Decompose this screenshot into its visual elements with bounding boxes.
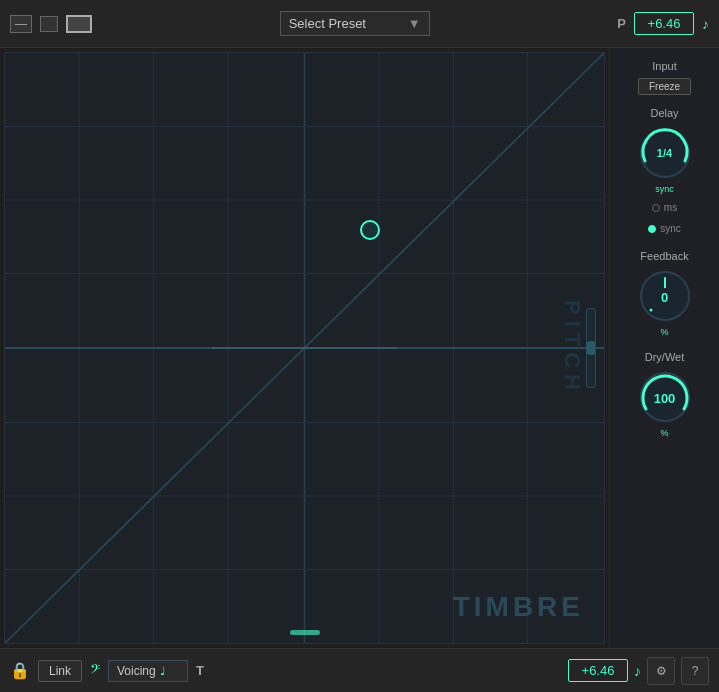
main-area: PITCH TIMBRE Input Freeze Delay <box>0 48 719 648</box>
small-view-button[interactable] <box>40 16 58 32</box>
feedback-knob-unit: % <box>660 327 668 337</box>
bottom-value-display[interactable]: +6.46 <box>568 659 628 682</box>
pitch-value-display[interactable]: +6.46 <box>634 12 694 35</box>
help-button[interactable]: ? <box>681 657 709 685</box>
timbre-label: TIMBRE <box>453 591 584 623</box>
feedback-section-label: Feedback <box>640 250 688 262</box>
voicing-label: Voicing <box>117 664 156 678</box>
voicing-arrow-icon: ♩ <box>160 664 166 678</box>
ms-radio[interactable] <box>652 204 660 212</box>
delay-knob-unit: sync <box>655 184 674 194</box>
drywet-knob-value: 100 <box>654 390 676 405</box>
ms-sync-row: ms <box>652 202 677 213</box>
ms-label: ms <box>664 202 677 213</box>
drag-point[interactable] <box>360 220 380 240</box>
feedback-knob-container: 0 % <box>637 268 693 337</box>
scroll-indicator[interactable] <box>290 630 320 635</box>
canvas-area[interactable]: PITCH TIMBRE <box>4 52 605 644</box>
vertical-slider[interactable] <box>586 308 596 388</box>
note-icon[interactable]: ♪ <box>702 16 709 32</box>
p-label: P <box>617 16 626 31</box>
large-view-button[interactable] <box>66 15 92 33</box>
feedback-knob-value: 0 <box>661 289 668 304</box>
drywet-knob-unit: % <box>660 428 668 438</box>
delay-knob-container: 1/4 sync <box>637 125 693 194</box>
freeze-button[interactable]: Freeze <box>638 78 691 95</box>
input-section-label: Input <box>652 60 676 72</box>
preset-label: Select Preset <box>289 16 366 31</box>
preset-dropdown[interactable]: Select Preset ▼ <box>280 11 430 36</box>
right-panel: Input Freeze Delay 1/4 sync <box>609 48 719 648</box>
bottom-right-controls: +6.46 ♪ ⚙ ? <box>568 657 709 685</box>
voicing-display[interactable]: Voicing ♩ <box>108 660 188 682</box>
sync-radio[interactable] <box>648 225 656 233</box>
pitch-label-container: PITCH <box>562 63 582 633</box>
top-bar: — Select Preset ▼ P +6.46 ♪ <box>0 0 719 48</box>
t-label: T <box>196 663 204 678</box>
bass-clef-icon: 𝄢 <box>90 662 100 680</box>
bottom-note-icon[interactable]: ♪ <box>634 663 641 679</box>
plugin-container: — Select Preset ▼ P +6.46 ♪ <box>0 0 719 692</box>
bottom-bar: 🔒 Link 𝄢 Voicing ♩ T +6.46 ♪ ⚙ ? <box>0 648 719 692</box>
drywet-section-label: Dry/Wet <box>645 351 685 363</box>
delay-knob[interactable]: 1/4 <box>637 125 693 181</box>
grid-svg <box>5 53 604 643</box>
minus-view-button[interactable]: — <box>10 15 32 33</box>
sync-row: sync <box>648 223 681 234</box>
lock-icon[interactable]: 🔒 <box>10 661 30 680</box>
slider-thumb <box>587 341 595 355</box>
settings-button[interactable]: ⚙ <box>647 657 675 685</box>
delay-knob-value: 1/4 <box>657 148 672 159</box>
sync-label: sync <box>660 223 681 234</box>
drywet-knob[interactable]: 100 <box>637 369 693 425</box>
drywet-knob-container: 100 % <box>637 369 693 438</box>
pitch-label: PITCH <box>559 300 585 396</box>
link-button[interactable]: Link <box>38 660 82 682</box>
feedback-knob[interactable]: 0 <box>637 268 693 324</box>
delay-section-label: Delay <box>650 107 678 119</box>
dropdown-arrow-icon: ▼ <box>408 16 421 31</box>
